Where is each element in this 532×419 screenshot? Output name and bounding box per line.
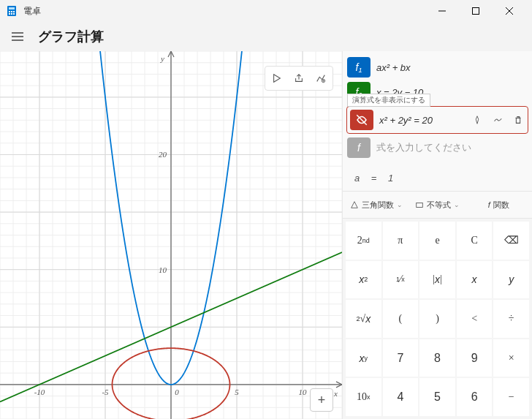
key-backspace[interactable]: ⌫ bbox=[493, 222, 529, 260]
function-input-row[interactable]: f 式を入力してください bbox=[347, 137, 528, 158]
svg-rect-3 bbox=[11, 11, 12, 12]
keypad: 2nd π e C ⌫ x2 1⁄x |x| x y 2√x ( ) < ÷ x… bbox=[343, 219, 532, 419]
analyze-icon[interactable] bbox=[471, 113, 484, 127]
titlebar: 電卓 bbox=[0, 0, 532, 22]
graph-canvas[interactable] bbox=[0, 51, 342, 419]
side-panel: f1 ax² + bx f2 x = 2y − 10 演算式を非表示にする x²… bbox=[342, 51, 532, 419]
var-eq: = bbox=[371, 173, 377, 184]
key-e[interactable]: e bbox=[419, 222, 455, 260]
key-sqrt[interactable]: 2√x bbox=[346, 300, 381, 338]
add-equation-button[interactable]: + bbox=[310, 388, 333, 412]
function-expr-3: x² + 2y² = 20 bbox=[379, 115, 465, 126]
svg-rect-4 bbox=[13, 11, 15, 12]
minimize-button[interactable] bbox=[425, 0, 459, 22]
svg-rect-6 bbox=[11, 13, 12, 15]
svg-rect-5 bbox=[9, 13, 10, 15]
svg-rect-2 bbox=[9, 11, 10, 12]
key-pi[interactable]: π bbox=[383, 222, 419, 260]
close-button[interactable] bbox=[493, 0, 526, 22]
svg-rect-9 bbox=[473, 8, 479, 15]
func-label: 関数 bbox=[493, 200, 509, 211]
function-row-3[interactable]: 演算式を非表示にする x² + 2y² = 20 bbox=[347, 107, 528, 133]
key-lt[interactable]: < bbox=[457, 300, 493, 338]
key-rparen[interactable]: ) bbox=[419, 300, 455, 338]
delete-icon[interactable] bbox=[512, 113, 525, 127]
function-row-1[interactable]: f1 ax² + bx bbox=[347, 57, 528, 78]
var-a-value: 1 bbox=[388, 173, 393, 184]
key-x-pow-y[interactable]: xy bbox=[346, 339, 381, 377]
key-y[interactable]: y bbox=[493, 261, 529, 299]
function-list: f1 ax² + bx f2 x = 2y − 10 演算式を非表示にする x²… bbox=[343, 51, 532, 165]
function-badge-input: f bbox=[347, 137, 370, 158]
key-minus[interactable]: − bbox=[493, 378, 529, 416]
key-6[interactable]: 6 bbox=[457, 378, 493, 416]
func-dropdown[interactable]: f 関数 bbox=[469, 195, 528, 215]
func-prefix: f bbox=[488, 200, 490, 209]
key-clear[interactable]: C bbox=[457, 222, 493, 260]
key-abs[interactable]: |x| bbox=[419, 261, 455, 299]
key-reciprocal[interactable]: 1⁄x bbox=[383, 261, 419, 299]
key-x[interactable]: x bbox=[457, 261, 493, 299]
key-5[interactable]: 5 bbox=[419, 378, 455, 416]
app-icon bbox=[6, 5, 18, 17]
graph-toolbar bbox=[265, 66, 333, 91]
key-x-squared[interactable]: x2 bbox=[346, 261, 381, 299]
trig-dropdown[interactable]: 三角関数⌄ bbox=[347, 195, 406, 215]
svg-rect-7 bbox=[13, 13, 15, 15]
style-icon[interactable] bbox=[491, 113, 504, 127]
header: グラフ計算 bbox=[0, 22, 532, 51]
function-badge-1: f1 bbox=[347, 57, 370, 78]
ineq-label: 不等式 bbox=[427, 200, 451, 211]
maximize-button[interactable] bbox=[459, 0, 493, 22]
function-expr-1: ax² + bx bbox=[376, 62, 528, 73]
key-divide[interactable]: ÷ bbox=[493, 300, 529, 338]
key-lparen[interactable]: ( bbox=[383, 300, 419, 338]
key-8[interactable]: 8 bbox=[419, 339, 455, 377]
key-9[interactable]: 9 bbox=[457, 339, 493, 377]
share-button[interactable] bbox=[289, 68, 309, 88]
category-dropdowns: 三角関数⌄ 不等式⌄ f 関数 bbox=[343, 191, 532, 219]
menu-button[interactable] bbox=[6, 25, 29, 48]
hide-tooltip: 演算式を非表示にする bbox=[347, 94, 430, 107]
ineq-dropdown[interactable]: 不等式⌄ bbox=[408, 195, 467, 215]
variables-row[interactable]: a = 1 bbox=[343, 165, 532, 191]
graph-area[interactable]: + bbox=[0, 51, 342, 419]
trace-button[interactable] bbox=[267, 68, 287, 88]
function-input-placeholder: 式を入力してください bbox=[376, 141, 471, 154]
key-2nd[interactable]: 2nd bbox=[346, 222, 381, 260]
svg-rect-16 bbox=[417, 203, 423, 207]
hide-function-button[interactable] bbox=[350, 110, 373, 130]
page-title: グラフ計算 bbox=[38, 28, 104, 45]
graph-options-button[interactable] bbox=[311, 68, 331, 88]
key-7[interactable]: 7 bbox=[383, 339, 419, 377]
window-title: 電卓 bbox=[23, 5, 425, 18]
svg-rect-1 bbox=[9, 7, 15, 10]
trig-label: 三角関数 bbox=[362, 200, 394, 211]
key-multiply[interactable]: × bbox=[493, 339, 529, 377]
var-a-label: a bbox=[354, 173, 360, 184]
key-4[interactable]: 4 bbox=[383, 378, 419, 416]
key-10-pow-x[interactable]: 10x bbox=[346, 378, 381, 416]
